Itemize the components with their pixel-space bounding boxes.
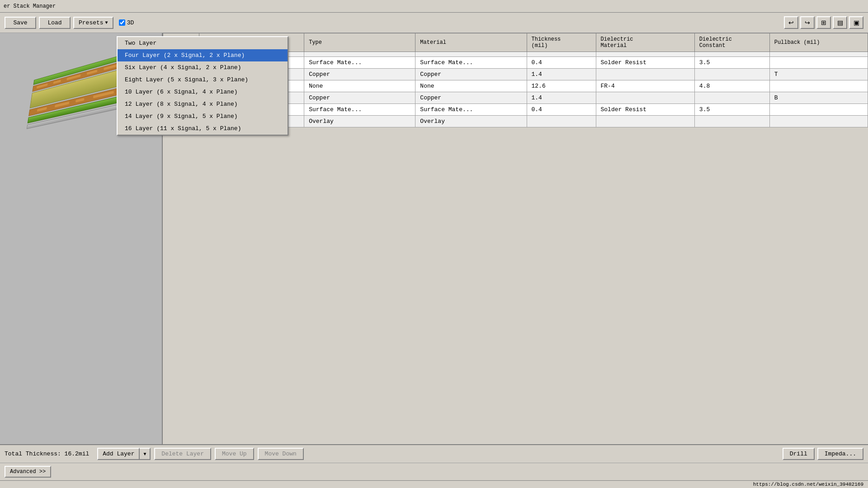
cell-material — [415, 52, 527, 57]
cell-type: Surface Mate... — [304, 57, 415, 69]
dropdown-item-fourteen-layer[interactable]: 14 Layer (9 x Signal, 5 x Plane) — [118, 110, 288, 122]
cell-material: None — [415, 80, 527, 92]
dropdown-item-sixteen-layer[interactable]: 16 Layer (11 x Signal, 5 x Plane) — [118, 122, 288, 135]
undo-icon: ↩ — [788, 19, 794, 26]
print-icon: ⊞ — [821, 19, 826, 26]
presets-dropdown: Two Layer Four Layer (2 x Signal, 2 x Pl… — [117, 36, 288, 136]
dropdown-item-six-layer[interactable]: Six Layer (4 x Signal, 2 x Plane) — [118, 61, 288, 74]
load-button[interactable]: Load — [39, 17, 71, 29]
cell-material: Copper — [415, 92, 527, 104]
col-header-thickness: Thickness(mil) — [527, 33, 596, 52]
cell-type: None — [304, 80, 415, 92]
cell-pullback — [769, 116, 868, 127]
cell-dielectric-material — [596, 52, 694, 57]
dropdown-item-twelve-layer[interactable]: 12 Layer (8 x Signal, 4 x Plane) — [118, 98, 288, 110]
impedance-button[interactable]: Impeda... — [817, 448, 863, 460]
cell-dielectric-material — [596, 92, 694, 104]
col-header-dielectric-material: DielectricMaterial — [596, 33, 694, 52]
dropdown-item-ten-layer[interactable]: 10 Layer (6 x Signal, 4 x Plane) — [118, 86, 288, 98]
dropdown-item-eight-layer[interactable]: Eight Layer (5 x Signal, 3 x Plane) — [118, 74, 288, 86]
cell-pullback: B — [769, 92, 868, 104]
cell-dielectric-constant — [694, 92, 769, 104]
undo-button[interactable]: ↩ — [784, 16, 798, 29]
dropdown-item-four-layer[interactable]: Four Layer (2 x Signal, 2 x Plane) — [118, 49, 288, 61]
bottom-right-buttons: Drill Impeda... — [783, 448, 863, 460]
main-window: Save Load Presets ▼ 3D ↩ ↪ ⊞ ▤ ▣ — [0, 13, 868, 488]
cell-pullback — [769, 104, 868, 116]
cell-type: Surface Mate... — [304, 104, 415, 116]
drill-button[interactable]: Drill — [783, 448, 815, 460]
save-button[interactable]: Save — [5, 17, 36, 29]
status-url: https://blog.csdn.net/weixin_39482169 — [753, 482, 863, 487]
redo-button[interactable]: ↪ — [800, 16, 815, 29]
total-thickness-label: Total Thickness: 16.2mil — [5, 450, 89, 457]
move-up-button[interactable]: Move Up — [215, 448, 254, 460]
save-file-icon: ▤ — [837, 19, 843, 26]
cell-dielectric-constant — [694, 116, 769, 127]
cell-dielectric-material: FR-4 — [596, 80, 694, 92]
cell-thickness: 1.4 — [527, 92, 596, 104]
toolbar-right: ↩ ↪ ⊞ ▤ ▣ — [784, 16, 863, 29]
col-header-dielectric-constant: DielectricConstant — [694, 33, 769, 52]
title-bar: er Stack Manager — [0, 0, 868, 13]
3d-label-text: 3D — [127, 19, 134, 26]
advanced-area: Advanced >> — [0, 463, 868, 480]
cell-pullback — [769, 52, 868, 57]
cell-pullback — [769, 80, 868, 92]
3d-checkbox-label[interactable]: 3D — [119, 19, 134, 26]
cell-pullback: T — [769, 69, 868, 80]
add-layer-combo: Add Layer ▼ — [97, 448, 151, 460]
cell-dielectric-constant — [694, 69, 769, 80]
presets-button[interactable]: Presets ▼ — [73, 17, 113, 29]
cell-dielectric-material: Solder Resist — [596, 57, 694, 69]
dropdown-item-two-layer[interactable]: Two Layer — [118, 37, 288, 49]
cell-dielectric-constant: 4.8 — [694, 80, 769, 92]
cell-pullback — [769, 57, 868, 69]
cell-type — [304, 52, 415, 57]
cell-thickness: 0.4 — [527, 57, 596, 69]
presets-arrow-icon: ▼ — [105, 20, 108, 25]
toolbar: Save Load Presets ▼ 3D ↩ ↪ ⊞ ▤ ▣ — [0, 13, 868, 33]
cell-material: Surface Mate... — [415, 57, 527, 69]
col-header-pullback: Pullback (mil) — [769, 33, 868, 52]
cell-material: Overlay — [415, 116, 527, 127]
delete-layer-button[interactable]: Delete Layer — [154, 448, 211, 460]
cell-type: Copper — [304, 92, 415, 104]
3d-checkbox[interactable] — [119, 19, 125, 26]
col-header-type: Type — [304, 33, 415, 52]
open-file-icon: ▣ — [854, 19, 859, 26]
cell-type: Overlay — [304, 116, 415, 127]
cell-thickness — [527, 116, 596, 127]
cell-thickness: 0.4 — [527, 104, 596, 116]
redo-icon: ↪ — [805, 19, 810, 26]
cell-dielectric-constant: 3.5 — [694, 57, 769, 69]
cell-dielectric-constant — [694, 52, 769, 57]
print-button[interactable]: ⊞ — [816, 16, 831, 29]
add-layer-button[interactable]: Add Layer — [97, 448, 140, 460]
col-header-material: Material — [415, 33, 527, 52]
title-text: er Stack Manager — [4, 3, 56, 9]
open-file-button[interactable]: ▣ — [849, 16, 863, 29]
cell-thickness: 1.4 — [527, 69, 596, 80]
move-down-button[interactable]: Move Down — [258, 448, 304, 460]
cell-dielectric-constant: 3.5 — [694, 104, 769, 116]
add-layer-dropdown-button[interactable]: ▼ — [140, 448, 151, 460]
presets-label: Presets — [79, 19, 104, 26]
cell-material: Copper — [415, 69, 527, 80]
advanced-button[interactable]: Advanced >> — [5, 466, 51, 478]
save-file-button[interactable]: ▤ — [833, 16, 847, 29]
cell-material: Surface Mate... — [415, 104, 527, 116]
cell-dielectric-material — [596, 69, 694, 80]
status-bar: https://blog.csdn.net/weixin_39482169 — [0, 480, 868, 488]
cell-thickness: 12.6 — [527, 80, 596, 92]
cell-thickness — [527, 52, 596, 57]
cell-dielectric-material: Solder Resist — [596, 104, 694, 116]
bottom-bar: Total Thickness: 16.2mil Add Layer ▼ Del… — [0, 444, 868, 463]
cell-type: Copper — [304, 69, 415, 80]
cell-dielectric-material — [596, 116, 694, 127]
